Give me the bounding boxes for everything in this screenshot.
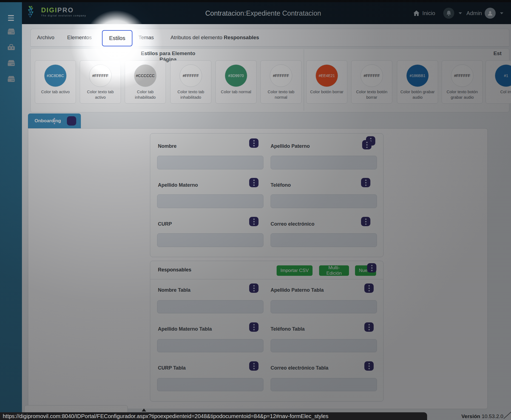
style-card-label: Color botón grabar audio — [397, 87, 438, 103]
color-swatch[interactable]: #FFFFFF — [270, 64, 292, 87]
sidebar-item-toolbox[interactable] — [7, 44, 15, 51]
correo-tabla-kebab-icon[interactable] — [364, 361, 374, 371]
field-telefono-kebab-icon[interactable] — [361, 178, 370, 187]
color-swatch[interactable]: #1 — [495, 64, 511, 87]
color-swatch[interactable]: #FFFFFF — [89, 64, 112, 87]
style-card-texto-tab-normal: #FFFFFF Color texto tab normal — [260, 60, 302, 104]
input-apellido-paterno-tabla[interactable] — [271, 300, 377, 313]
logo-wordmark: DIGIPRO — [41, 7, 86, 13]
main-content: Archivo Elementos Temas Atributos del el… — [22, 24, 511, 420]
field-curp-kebab-icon[interactable] — [249, 217, 259, 226]
input-nombre-tabla[interactable] — [157, 300, 263, 313]
input-apellido-materno-tabla[interactable] — [157, 339, 263, 352]
field-label-curp-tabla: CURP Tabla — [158, 365, 186, 371]
style-card-label: Color texto tab inhabilitado — [171, 87, 211, 103]
tab-onboarding[interactable]: Onboarding — [28, 113, 81, 128]
field-label-curp: CURP — [158, 221, 172, 227]
style-card-label: Color botón borrar — [308, 87, 345, 97]
tab-estilos[interactable]: Estilos — [102, 30, 132, 46]
field-apellido-materno-kebab-icon[interactable] — [249, 178, 259, 187]
telefono-tabla-kebab-icon[interactable] — [364, 322, 374, 332]
version-text: Versión 10.53.2.0 — [461, 413, 503, 419]
field-label-correo-tabla: Correo electrónico Tabla — [271, 365, 328, 371]
style-card-texto-tab-activo: #FFFFFF Color texto tab activo — [80, 60, 121, 104]
input-apellido-materno[interactable] — [157, 194, 263, 208]
nombre-tabla-kebab-icon[interactable] — [249, 283, 259, 293]
navbar-right-cluster: Inicio Admin — [413, 2, 505, 24]
style-card-texto-tab-inhabilitado: #FFFFFF Color texto tab inhabilitado — [170, 60, 211, 104]
color-swatch[interactable]: #3C8DBC — [44, 64, 67, 87]
color-swatch[interactable]: #FFFFFF — [451, 64, 473, 87]
digipro-logo: DIGIPRO The digital evolution company — [26, 5, 86, 18]
tab-atributos-element: Responsables — [224, 35, 259, 41]
field-label-telefono-tabla: Teléfono Tabla — [271, 326, 305, 332]
color-swatch[interactable]: #3D9970 — [225, 64, 247, 87]
importar-csv-button[interactable]: Importar CSV — [277, 265, 313, 276]
color-swatch[interactable]: #186BB1 — [406, 64, 429, 87]
color-swatch[interactable]: #FFFFFF — [360, 64, 383, 87]
logo-triangles-icon — [26, 5, 38, 18]
style-card-tab-inhabilitado: #CCCCCC Color tab inhabilitado — [125, 60, 166, 104]
field-label-telefono: Teléfono — [271, 182, 291, 188]
sidebar-item-drive-3[interactable] — [7, 76, 15, 83]
tab-atributos[interactable]: Atributos del elemento Responsables — [171, 29, 259, 46]
apellido-materno-tabla-kebab-icon[interactable] — [249, 322, 259, 332]
style-card-label: Color texto tab activo — [80, 87, 121, 103]
color-swatch[interactable]: #FFFFFF — [180, 64, 202, 87]
field-nombre-kebab-icon[interactable] — [249, 138, 259, 148]
sidebar-item-drive-1[interactable] — [7, 28, 15, 35]
status-url-text: https://digipromovil.com:8040/IDPortal/F… — [3, 413, 328, 419]
responsables-title: Responsables — [158, 267, 191, 273]
bottom-caret-icon — [142, 408, 146, 412]
field-label-apellido-materno-tabla: Apellido Materno Tabla — [158, 326, 212, 332]
page-title: Contratacion:Expediente Contratacion — [159, 2, 367, 24]
style-card-label: Color texto botón grabar audio — [442, 87, 482, 103]
app-window: DIGIPRO The digital evolution company Co… — [0, 0, 511, 420]
sidebar-item-drive-2[interactable] — [7, 60, 15, 67]
field-apellido-paterno-kebab-icon[interactable] — [362, 140, 371, 149]
style-card-label: Color texto botón borrar — [351, 87, 392, 103]
hamburger-menu-icon[interactable] — [8, 15, 14, 21]
window-top-strip — [0, 0, 511, 2]
bell-icon — [446, 10, 452, 16]
tab-archivo[interactable]: Archivo — [37, 29, 54, 46]
tab-temas[interactable]: Temas — [138, 29, 154, 46]
color-swatch[interactable]: #CCCCCC — [134, 64, 157, 87]
apellido-paterno-tabla-kebab-icon[interactable] — [364, 283, 374, 293]
color-swatch[interactable]: #EE4E21 — [316, 64, 338, 87]
field-correo-kebab-icon[interactable] — [361, 217, 370, 226]
curp-tabla-kebab-icon[interactable] — [249, 361, 259, 371]
user-caret-icon[interactable] — [500, 12, 503, 14]
tab-elementos[interactable]: Elementos — [67, 29, 92, 46]
input-nombre[interactable] — [157, 156, 263, 169]
multi-edicion-button[interactable]: Multi-Edición — [319, 265, 349, 276]
style-card-label: Color tab inhabilitado — [125, 87, 166, 103]
input-telefono-tabla[interactable] — [271, 339, 377, 352]
nuevo-kebab-icon[interactable] — [367, 263, 376, 273]
notifications-caret-icon[interactable] — [459, 12, 462, 14]
onboarding-label: Onboarding — [35, 118, 61, 124]
user-menu-label[interactable]: Admin — [466, 10, 482, 16]
onboarding-kebab-menu-icon[interactable] — [67, 116, 76, 126]
style-card-partial: #1 Col im — [486, 60, 511, 104]
responsables-header-divider — [150, 279, 383, 279]
notifications-button[interactable] — [443, 8, 454, 19]
style-card-boton-borrar: #EE4E21 Color botón borrar — [306, 60, 347, 104]
field-label-apellido-materno: Apellido Materno — [158, 182, 198, 188]
field-label-apellido-paterno-tabla: Apellido Paterno Tabla — [271, 287, 324, 293]
input-correo[interactable] — [271, 233, 377, 247]
style-card-label: Color texto tab normal — [261, 87, 301, 103]
field-label-apellido-paterno: Apellido Paterno — [271, 143, 310, 149]
input-telefono[interactable] — [271, 194, 377, 208]
input-apellido-paterno[interactable] — [271, 156, 377, 169]
top-navbar: DIGIPRO The digital evolution company Co… — [22, 2, 511, 24]
input-curp[interactable] — [157, 233, 263, 247]
styles-section-divider — [304, 49, 304, 111]
avatar[interactable] — [485, 8, 496, 19]
style-card-tab-normal: #3D9970 Color tab normal — [215, 60, 257, 104]
field-label-nombre-tabla: Nombre Tabla — [158, 287, 191, 293]
input-correo-tabla[interactable] — [271, 378, 377, 391]
home-icon[interactable] — [413, 10, 420, 16]
input-curp-tabla[interactable] — [157, 378, 263, 391]
home-link[interactable]: Inicio — [422, 10, 435, 16]
